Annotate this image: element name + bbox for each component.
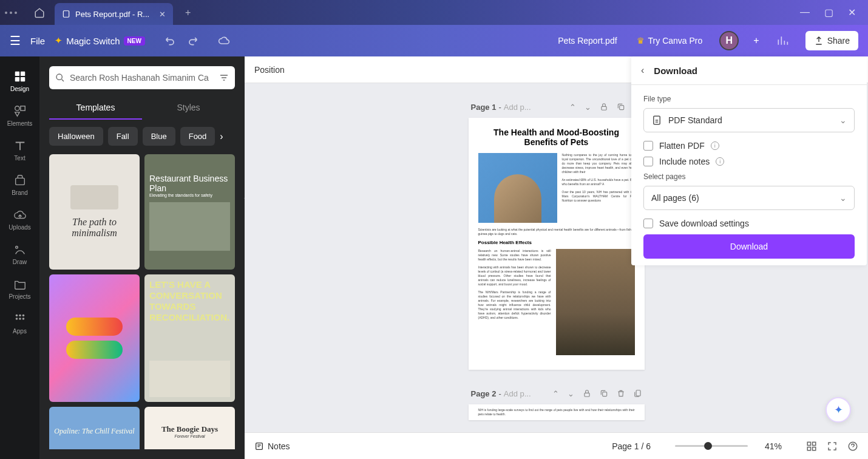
tab-templates[interactable]: Templates [49, 97, 142, 120]
slider-thumb[interactable] [704, 442, 712, 450]
template-card[interactable] [49, 274, 140, 402]
add-page-title[interactable]: Add p... [504, 103, 531, 112]
projects-icon [13, 277, 27, 291]
template-title: LET'S HAVE A CONVERSATION TOWARDS RECONC… [149, 279, 230, 323]
add-page-title[interactable]: Add p... [504, 389, 531, 398]
fullscreen-icon[interactable] [827, 441, 838, 452]
browser-tab[interactable]: Pets Report.pdf - R... ✕ [55, 3, 173, 25]
template-card[interactable]: Opaline: The Chill Festival [49, 407, 140, 449]
nav-draw[interactable]: Draw [0, 237, 39, 271]
include-notes-checkbox[interactable]: Include notes i [643, 157, 855, 166]
document-page-2[interactable]: NIH is funding large-scale surveys to fi… [469, 404, 645, 420]
download-button-label: Download [730, 242, 768, 251]
new-tab-button[interactable]: + [185, 7, 191, 18]
lock-icon[interactable] [583, 389, 591, 398]
back-icon[interactable]: ‹ [641, 65, 644, 76]
try-pro-label: Try Canva Pro [648, 36, 703, 46]
notes-icon [254, 441, 264, 451]
svg-point-5 [15, 106, 19, 110]
trash-icon[interactable] [617, 389, 625, 398]
filter-pill[interactable]: Food [180, 127, 215, 146]
vertical-nav: Design Elements Text Brand Uploads Draw … [0, 56, 39, 459]
try-canva-pro-button[interactable]: ♛ Try Canva Pro [637, 36, 703, 46]
search-input[interactable]: Search Rosh Hashanah Simanim Ca [49, 66, 235, 89]
chevron-right-icon[interactable]: › [220, 131, 223, 142]
ai-assist-fab[interactable]: ✦ [826, 397, 851, 423]
nav-uploads[interactable]: Uploads [0, 202, 39, 237]
add-page-icon[interactable] [634, 389, 642, 398]
minimize-icon[interactable]: — [800, 7, 810, 18]
svg-point-8 [15, 246, 18, 249]
magic-switch-button[interactable]: ✦ Magic Switch NEW [55, 35, 145, 46]
info-icon[interactable]: i [711, 141, 719, 150]
maximize-icon[interactable]: ▢ [824, 7, 833, 18]
nav-text[interactable]: Text [0, 133, 39, 168]
avatar-letter: H [726, 35, 733, 46]
undo-icon[interactable] [164, 35, 177, 47]
chevron-down-icon[interactable]: ⌄ [585, 103, 591, 112]
nav-elements[interactable]: Elements [0, 98, 39, 133]
close-window-icon[interactable]: ✕ [848, 7, 856, 18]
apps-icon [13, 312, 27, 325]
zoom-slider[interactable] [675, 445, 748, 447]
document-page-1[interactable]: The Health and Mood-Boosting Benefits of… [469, 118, 645, 370]
file-type-select[interactable]: PDF Standard ⌄ [643, 108, 855, 132]
filter-icon[interactable] [219, 73, 229, 83]
chevron-down-icon[interactable]: ⌄ [568, 389, 574, 398]
duplicate-icon[interactable] [600, 389, 608, 398]
nav-label: Elements [7, 120, 33, 127]
cloud-sync-icon[interactable] [218, 35, 230, 47]
hamburger-icon[interactable]: ☰ [10, 33, 21, 48]
redo-icon[interactable] [186, 35, 198, 47]
nav-apps[interactable]: Apps [0, 306, 39, 341]
zoom-percent[interactable]: 41% [765, 441, 782, 451]
template-card[interactable]: Restaurant Business Plan Elevating the s… [144, 154, 235, 270]
analytics-icon[interactable] [776, 35, 788, 47]
home-icon[interactable] [34, 7, 45, 18]
upload-icon [814, 36, 824, 46]
cat-image [478, 153, 557, 223]
nav-label: Text [14, 155, 25, 162]
crown-icon: ♛ [637, 36, 645, 46]
flatten-pdf-checkbox[interactable]: Flatten PDF i [643, 141, 855, 151]
doc-subheading: Possible Health Effects [478, 240, 635, 245]
close-icon[interactable]: ✕ [159, 10, 166, 19]
text-icon [13, 139, 27, 152]
info-icon[interactable]: i [716, 157, 724, 166]
notes-button[interactable]: Notes [254, 441, 290, 451]
lock-icon[interactable] [600, 103, 608, 111]
template-card[interactable]: The Boogie Days Forever Festival [144, 407, 235, 449]
select-pages-select[interactable]: All pages (6) ⌄ [643, 186, 855, 210]
template-card[interactable]: The path to minimalism [49, 154, 140, 270]
svg-rect-25 [813, 447, 816, 450]
flatten-label: Flatten PDF [659, 141, 705, 151]
filter-pill[interactable]: Fall [108, 127, 138, 146]
page-label: Page 2 [471, 389, 497, 398]
elements-icon [13, 104, 27, 118]
chevron-up-icon[interactable]: ⌃ [569, 103, 576, 112]
nav-brand[interactable]: Brand [0, 168, 39, 202]
svg-point-14 [22, 318, 24, 320]
filter-pill[interactable]: Halloween [49, 127, 103, 146]
nav-projects[interactable]: Projects [0, 271, 39, 306]
chevron-up-icon[interactable]: ⌃ [552, 389, 559, 398]
file-menu[interactable]: File [30, 36, 45, 46]
template-card[interactable]: LET'S HAVE A CONVERSATION TOWARDS RECONC… [144, 274, 235, 402]
duplicate-icon[interactable] [617, 103, 625, 111]
tab-styles[interactable]: Styles [142, 97, 235, 120]
svg-rect-2 [20, 72, 24, 76]
window-menu-dots[interactable] [5, 12, 17, 14]
filter-pill[interactable]: Blue [143, 127, 175, 146]
save-settings-checkbox[interactable]: Save download settings [643, 219, 855, 228]
svg-rect-3 [15, 77, 19, 81]
download-button[interactable]: Download [643, 234, 855, 259]
page-counter[interactable]: Page 1 / 6 [612, 441, 651, 451]
position-button[interactable]: Position [254, 65, 285, 75]
help-icon[interactable] [847, 441, 858, 452]
grid-view-icon[interactable] [806, 441, 817, 452]
document-name[interactable]: Pets Report.pdf [558, 36, 617, 46]
add-member-button[interactable]: + [753, 35, 759, 46]
share-button[interactable]: Share [805, 31, 858, 50]
avatar[interactable]: H [719, 31, 739, 50]
nav-design[interactable]: Design [0, 64, 39, 98]
